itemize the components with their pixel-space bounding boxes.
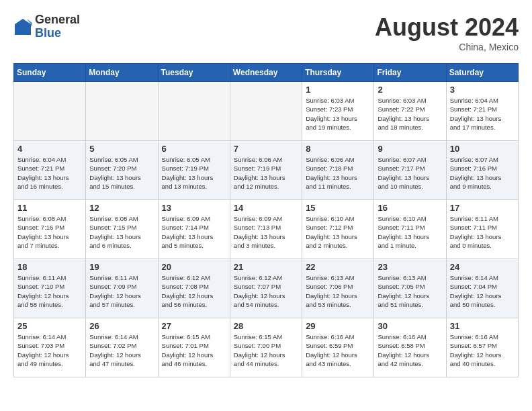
calendar-cell: 4Sunrise: 6:04 AM Sunset: 7:21 PM Daylig…: [14, 141, 86, 200]
day-number: 31: [450, 321, 515, 331]
day-info: Sunrise: 6:06 AM Sunset: 7:18 PM Dayligh…: [306, 155, 370, 191]
day-info: Sunrise: 6:03 AM Sunset: 7:23 PM Dayligh…: [306, 96, 370, 132]
day-number: 19: [89, 262, 154, 272]
day-number: 11: [17, 203, 82, 213]
calendar-cell: [86, 82, 158, 141]
day-info: Sunrise: 6:12 AM Sunset: 7:07 PM Dayligh…: [234, 273, 298, 309]
calendar-cell: 23Sunrise: 6:13 AM Sunset: 7:05 PM Dayli…: [374, 259, 446, 318]
calendar-cell: 7Sunrise: 6:06 AM Sunset: 7:19 PM Daylig…: [230, 141, 302, 200]
calendar-cell: 16Sunrise: 6:10 AM Sunset: 7:11 PM Dayli…: [374, 200, 446, 259]
day-number: 4: [17, 144, 82, 154]
day-info: Sunrise: 6:04 AM Sunset: 7:21 PM Dayligh…: [17, 155, 82, 191]
day-info: Sunrise: 6:09 AM Sunset: 7:14 PM Dayligh…: [162, 214, 226, 250]
day-number: 14: [234, 203, 298, 213]
day-info: Sunrise: 6:09 AM Sunset: 7:13 PM Dayligh…: [234, 214, 298, 250]
day-number: 30: [378, 321, 442, 331]
calendar-cell: 17Sunrise: 6:11 AM Sunset: 7:11 PM Dayli…: [446, 200, 518, 259]
month-title: August 2024: [375, 13, 519, 42]
title-block: August 2024 China, Mexico: [375, 13, 519, 52]
weekday-header-tuesday: Tuesday: [158, 64, 230, 82]
calendar-cell: 10Sunrise: 6:07 AM Sunset: 7:16 PM Dayli…: [446, 141, 518, 200]
calendar-cell: 13Sunrise: 6:09 AM Sunset: 7:14 PM Dayli…: [158, 200, 230, 259]
calendar-cell: 19Sunrise: 6:11 AM Sunset: 7:09 PM Dayli…: [86, 259, 158, 318]
calendar-cell: 15Sunrise: 6:10 AM Sunset: 7:12 PM Dayli…: [302, 200, 374, 259]
weekday-header-monday: Monday: [86, 64, 158, 82]
day-number: 16: [378, 203, 442, 213]
day-info: Sunrise: 6:15 AM Sunset: 7:01 PM Dayligh…: [162, 332, 226, 368]
day-info: Sunrise: 6:12 AM Sunset: 7:08 PM Dayligh…: [162, 273, 226, 309]
day-info: Sunrise: 6:16 AM Sunset: 6:57 PM Dayligh…: [450, 332, 515, 368]
day-number: 24: [450, 262, 515, 272]
logo-general-text: General: [35, 13, 80, 26]
day-info: Sunrise: 6:10 AM Sunset: 7:11 PM Dayligh…: [378, 214, 442, 250]
calendar-week-row: 25Sunrise: 6:14 AM Sunset: 7:03 PM Dayli…: [14, 318, 519, 377]
calendar-cell: 9Sunrise: 6:07 AM Sunset: 7:17 PM Daylig…: [374, 141, 446, 200]
logo-blue-text: Blue: [35, 26, 61, 40]
weekday-header-row: SundayMondayTuesdayWednesdayThursdayFrid…: [14, 64, 519, 82]
day-number: 18: [17, 262, 82, 272]
day-info: Sunrise: 6:15 AM Sunset: 7:00 PM Dayligh…: [234, 332, 298, 368]
calendar-cell: 14Sunrise: 6:09 AM Sunset: 7:13 PM Dayli…: [230, 200, 302, 259]
day-number: 20: [162, 262, 226, 272]
weekday-header-sunday: Sunday: [14, 64, 86, 82]
calendar-cell: 6Sunrise: 6:05 AM Sunset: 7:19 PM Daylig…: [158, 141, 230, 200]
day-number: 1: [306, 85, 370, 95]
calendar-week-row: 18Sunrise: 6:11 AM Sunset: 7:10 PM Dayli…: [14, 259, 519, 318]
day-info: Sunrise: 6:16 AM Sunset: 6:58 PM Dayligh…: [378, 332, 442, 368]
calendar-cell: 21Sunrise: 6:12 AM Sunset: 7:07 PM Dayli…: [230, 259, 302, 318]
day-number: 7: [234, 144, 298, 154]
day-number: 22: [306, 262, 370, 272]
day-info: Sunrise: 6:08 AM Sunset: 7:16 PM Dayligh…: [17, 214, 82, 250]
calendar-cell: 28Sunrise: 6:15 AM Sunset: 7:00 PM Dayli…: [230, 318, 302, 377]
day-info: Sunrise: 6:11 AM Sunset: 7:10 PM Dayligh…: [17, 273, 82, 309]
day-info: Sunrise: 6:11 AM Sunset: 7:11 PM Dayligh…: [450, 214, 515, 250]
day-info: Sunrise: 6:04 AM Sunset: 7:21 PM Dayligh…: [450, 96, 515, 132]
day-info: Sunrise: 6:14 AM Sunset: 7:03 PM Dayligh…: [17, 332, 82, 368]
day-number: 10: [450, 144, 515, 154]
day-info: Sunrise: 6:14 AM Sunset: 7:04 PM Dayligh…: [450, 273, 515, 309]
calendar-cell: 31Sunrise: 6:16 AM Sunset: 6:57 PM Dayli…: [446, 318, 518, 377]
weekday-header-thursday: Thursday: [302, 64, 374, 82]
day-number: 9: [378, 144, 442, 154]
weekday-header-wednesday: Wednesday: [230, 64, 302, 82]
day-info: Sunrise: 6:11 AM Sunset: 7:09 PM Dayligh…: [89, 273, 154, 309]
day-number: 12: [89, 203, 154, 213]
calendar-week-row: 4Sunrise: 6:04 AM Sunset: 7:21 PM Daylig…: [14, 141, 519, 200]
day-info: Sunrise: 6:05 AM Sunset: 7:19 PM Dayligh…: [162, 155, 226, 191]
day-number: 15: [306, 203, 370, 213]
day-number: 26: [89, 321, 154, 331]
calendar-table: SundayMondayTuesdayWednesdayThursdayFrid…: [13, 63, 519, 377]
day-number: 27: [162, 321, 226, 331]
day-info: Sunrise: 6:07 AM Sunset: 7:17 PM Dayligh…: [378, 155, 442, 191]
calendar-cell: 1Sunrise: 6:03 AM Sunset: 7:23 PM Daylig…: [302, 82, 374, 141]
calendar-cell: 26Sunrise: 6:14 AM Sunset: 7:02 PM Dayli…: [86, 318, 158, 377]
day-number: 28: [234, 321, 298, 331]
calendar-cell: 27Sunrise: 6:15 AM Sunset: 7:01 PM Dayli…: [158, 318, 230, 377]
page-header: General Blue August 2024 China, Mexico: [13, 13, 519, 52]
day-info: Sunrise: 6:13 AM Sunset: 7:06 PM Dayligh…: [306, 273, 370, 309]
calendar-cell: 20Sunrise: 6:12 AM Sunset: 7:08 PM Dayli…: [158, 259, 230, 318]
calendar-cell: 2Sunrise: 6:03 AM Sunset: 7:22 PM Daylig…: [374, 82, 446, 141]
calendar-cell: 3Sunrise: 6:04 AM Sunset: 7:21 PM Daylig…: [446, 82, 518, 141]
day-info: Sunrise: 6:16 AM Sunset: 6:59 PM Dayligh…: [306, 332, 370, 368]
day-number: 17: [450, 203, 515, 213]
logo-icon: [13, 17, 32, 36]
day-number: 13: [162, 203, 226, 213]
calendar-week-row: 1Sunrise: 6:03 AM Sunset: 7:23 PM Daylig…: [14, 82, 519, 141]
day-number: 23: [378, 262, 442, 272]
calendar-cell: [158, 82, 230, 141]
day-info: Sunrise: 6:10 AM Sunset: 7:12 PM Dayligh…: [306, 214, 370, 250]
day-info: Sunrise: 6:05 AM Sunset: 7:20 PM Dayligh…: [89, 155, 154, 191]
day-info: Sunrise: 6:07 AM Sunset: 7:16 PM Dayligh…: [450, 155, 515, 191]
calendar-cell: 24Sunrise: 6:14 AM Sunset: 7:04 PM Dayli…: [446, 259, 518, 318]
calendar-cell: 12Sunrise: 6:08 AM Sunset: 7:15 PM Dayli…: [86, 200, 158, 259]
calendar-cell: 25Sunrise: 6:14 AM Sunset: 7:03 PM Dayli…: [14, 318, 86, 377]
weekday-header-friday: Friday: [374, 64, 446, 82]
calendar-cell: [230, 82, 302, 141]
day-info: Sunrise: 6:08 AM Sunset: 7:15 PM Dayligh…: [89, 214, 154, 250]
calendar-cell: 8Sunrise: 6:06 AM Sunset: 7:18 PM Daylig…: [302, 141, 374, 200]
day-number: 3: [450, 85, 515, 95]
day-number: 5: [89, 144, 154, 154]
calendar-cell: 22Sunrise: 6:13 AM Sunset: 7:06 PM Dayli…: [302, 259, 374, 318]
day-number: 25: [17, 321, 82, 331]
